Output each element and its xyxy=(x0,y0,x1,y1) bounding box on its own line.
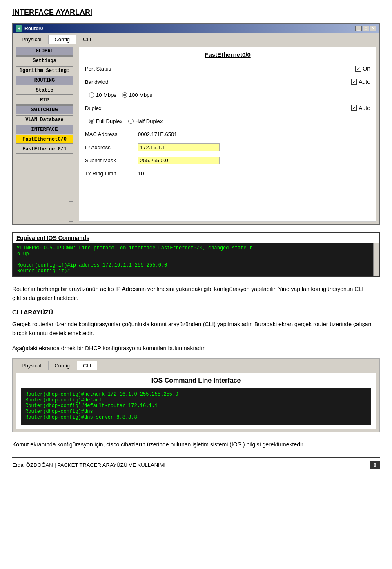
closing-text: Komut ekranında konfigürasyon için, cisc… xyxy=(12,440,380,449)
titlebar-controls: _ □ ✕ xyxy=(355,26,376,31)
bandwidth-options-row: 10 Mbps 100 Mbps xyxy=(85,90,370,100)
bandwidth-100-label: 100 Mbps xyxy=(129,92,152,98)
cli-section-heading: CLI ARAYÜZÜ xyxy=(12,309,380,316)
bandwidth-10-radio[interactable] xyxy=(89,92,94,98)
bandwidth-100-option[interactable]: 100 Mbps xyxy=(122,92,152,98)
router-content: FastEthernet0/0 Port Status On Bandwidth… xyxy=(79,47,376,222)
sidebar-item-static[interactable]: Static xyxy=(16,86,74,95)
duplex-half-label: Half Duplex xyxy=(135,118,163,124)
mac-value: 0002.171E.6501 xyxy=(138,131,370,137)
bandwidth-100-radio[interactable] xyxy=(122,92,127,98)
ip-input[interactable]: 172.16.1.1 xyxy=(138,143,220,151)
body-text-1: Router'ın herhangi bir arayüzünün açılıp… xyxy=(12,284,380,303)
tab-config[interactable]: Config xyxy=(48,35,76,44)
duplex-full-radio[interactable] xyxy=(89,119,94,124)
cli-line-1: Router(dhcp-config)#network 172.16.1.0 2… xyxy=(25,392,367,397)
ios-line-2: o up xyxy=(17,251,375,257)
interface-title: FastEthernet0/0 xyxy=(85,51,370,58)
cli-title: IOS Command Line Interface xyxy=(21,377,371,384)
ios-commands-box: Equivalent IOS Commands %LINEPROTO-5-UPD… xyxy=(12,232,380,277)
tx-row: Tx Ring Limit 10 xyxy=(85,168,370,178)
router-icon: R xyxy=(16,25,22,32)
cli-terminal[interactable]: Router(dhcp-config)#network 172.16.1.0 2… xyxy=(21,388,371,425)
tx-value: 10 xyxy=(138,170,370,177)
duplex-full-option[interactable]: Full Duplex xyxy=(89,118,122,124)
maximize-button[interactable]: □ xyxy=(363,26,369,31)
cli-line-2: Router(dhcp-config)#defaul xyxy=(25,397,367,403)
tab-cli[interactable]: CLI xyxy=(77,35,97,44)
sidebar-item-vlan[interactable]: VLAN Database xyxy=(16,115,74,124)
duplex-auto-checkbox[interactable] xyxy=(351,105,357,111)
sidebar-item-fe01[interactable]: FastEthernet0/1 xyxy=(16,145,74,154)
cli-tab-physical[interactable]: Physical xyxy=(16,361,47,370)
bandwidth-control: Auto xyxy=(351,78,370,85)
ios-commands-content: %LINEPROTO-5-UPDOWN: Line protocol on in… xyxy=(13,243,379,276)
bandwidth-auto-checkbox[interactable] xyxy=(351,79,357,85)
bandwidth-auto-label: Auto xyxy=(359,78,370,85)
ip-label: IP Address xyxy=(85,144,138,150)
cli-tab-config[interactable]: Config xyxy=(48,361,76,370)
ios-line-4: Router(config-if)#ip address 172.16.1.1 … xyxy=(17,262,375,268)
duplex-half-radio[interactable] xyxy=(128,119,134,124)
sidebar-item-rip[interactable]: RIP xyxy=(16,96,74,105)
duplex-full-label: Full Duplex xyxy=(96,118,122,124)
router-title: Router0 xyxy=(24,26,43,31)
tab-physical[interactable]: Physical xyxy=(16,35,47,44)
sidebar-item-switching[interactable]: SWITCHING xyxy=(16,105,74,114)
cli-line-3: Router(dhcp-config)#default-router 172.1… xyxy=(25,403,367,409)
cli-line-5: Router(dhcp-config)#dns-server 8.8.8.8 xyxy=(25,414,367,420)
ios-commands-title: Equivalent IOS Commands xyxy=(13,233,379,243)
body-text-3: Aşağıdaki ekranda örnek bir DHCP konfigü… xyxy=(12,344,380,353)
router-window: R Router0 _ □ ✕ Physical Config CLI GLOB… xyxy=(12,23,380,225)
bandwidth-10-label: 10 Mbps xyxy=(96,92,116,98)
bandwidth-label: Bandwidth xyxy=(85,79,138,85)
mac-row: MAC Address 0002.171E.6501 xyxy=(85,129,370,139)
cli-tab-bar: Physical Config CLI xyxy=(13,359,379,370)
footer-page: 8 xyxy=(370,461,380,469)
sidebar-item-global[interactable]: GLOBAL xyxy=(16,47,74,56)
duplex-auto-label: Auto xyxy=(359,105,370,111)
ip-row: IP Address 172.16.1.1 xyxy=(85,142,370,152)
cli-content: IOS Command Line Interface Router(dhcp-c… xyxy=(16,373,376,429)
sidebar-item-settings[interactable]: Settings xyxy=(16,56,74,65)
bandwidth-row: Bandwidth Auto xyxy=(85,77,370,87)
sidebar-item-routing[interactable]: ROUTING xyxy=(16,76,74,85)
duplex-half-option[interactable]: Half Duplex xyxy=(128,118,163,124)
port-status-on-label: On xyxy=(363,65,370,72)
page-heading: INTERFACE AYARLARI xyxy=(12,8,380,17)
port-status-label: Port Status xyxy=(85,66,138,72)
port-status-control: On xyxy=(355,65,370,72)
router-body: GLOBAL Settings lgorithm Setting: ROUTIN… xyxy=(13,44,379,224)
ios-scrollbar[interactable] xyxy=(373,243,379,276)
port-status-row: Port Status On xyxy=(85,64,370,74)
titlebar-left: R Router0 xyxy=(16,25,43,32)
sidebar-item-algorithm[interactable]: lgorithm Setting: xyxy=(16,66,74,75)
port-status-checkbox[interactable] xyxy=(355,66,361,72)
footer: Erdal ÖZDOĞAN | PACKET TRACER ARAYÜZÜ VE… xyxy=(12,457,380,469)
ios-line-1: %LINEPROTO-5-UPDOWN: Line protocol on in… xyxy=(17,245,375,251)
close-button[interactable]: ✕ xyxy=(370,26,376,31)
sidebar-scrollbar[interactable] xyxy=(69,201,74,222)
duplex-radio-group: Full Duplex Half Duplex xyxy=(89,118,163,124)
bandwidth-10-option[interactable]: 10 Mbps xyxy=(89,92,116,98)
duplex-row: Duplex Auto xyxy=(85,103,370,113)
cli-tab-cli[interactable]: CLI xyxy=(77,361,97,370)
subnet-input[interactable]: 255.255.0.0 xyxy=(138,157,220,164)
ios-line-3 xyxy=(17,257,375,262)
sidebar-item-interface[interactable]: INTERFACE xyxy=(16,125,74,134)
router-titlebar: R Router0 _ □ ✕ xyxy=(13,24,379,33)
tx-label: Tx Ring Limit xyxy=(85,170,138,177)
footer-author: Erdal ÖZDOĞAN | PACKET TRACER ARAYÜZÜ VE… xyxy=(12,462,165,468)
mac-label: MAC Address xyxy=(85,131,138,137)
sidebar-item-fe00[interactable]: FastEthernet0/0 xyxy=(16,135,74,144)
minimize-button[interactable]: _ xyxy=(355,26,362,31)
subnet-row: Subnet Mask 255.255.0.0 xyxy=(85,155,370,165)
duplex-options-row: Full Duplex Half Duplex xyxy=(85,116,370,126)
ios-line-5: Router(config-if)# xyxy=(17,268,375,274)
router-sidebar: GLOBAL Settings lgorithm Setting: ROUTIN… xyxy=(13,44,76,224)
bandwidth-radio-group: 10 Mbps 100 Mbps xyxy=(89,92,152,98)
duplex-control: Auto xyxy=(351,105,370,111)
body-text-2: Gerçek routerlar üzerinde konfigürasyonl… xyxy=(12,320,380,338)
cli-window: Physical Config CLI IOS Command Line Int… xyxy=(12,358,380,432)
duplex-label: Duplex xyxy=(85,105,138,111)
